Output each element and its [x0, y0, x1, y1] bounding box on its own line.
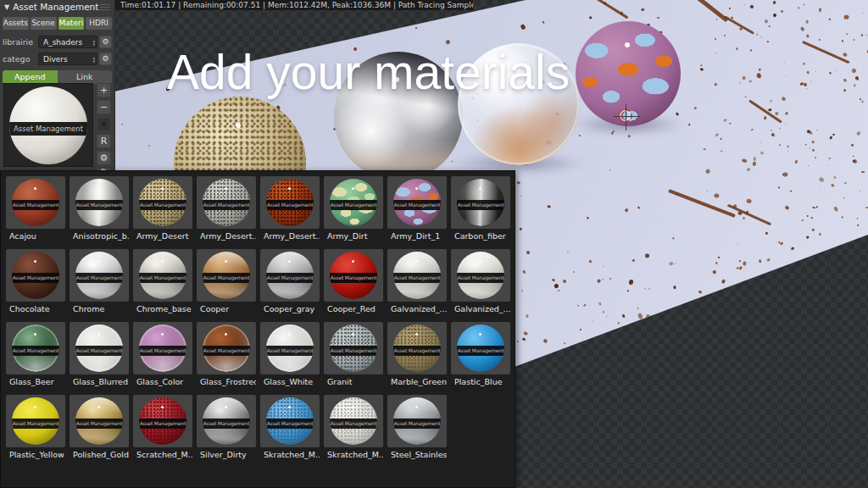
material-label: Glass_Color	[133, 377, 192, 386]
rust-splatter-dot	[810, 347, 813, 350]
rust-splatter-dot	[693, 106, 697, 109]
material-thumb-Marble-Green[interactable]: Asset Management	[387, 322, 447, 374]
rust-splatter-dot	[712, 269, 716, 274]
plus-icon-button[interactable]: +	[97, 83, 111, 97]
specular-highlight	[415, 187, 418, 190]
gear-icon-button[interactable]: ⚙	[99, 53, 112, 65]
tab-hdri[interactable]: HDRI	[86, 17, 112, 30]
rust-splatter-dot	[637, 313, 643, 320]
material-thumb-Glass-Frostred[interactable]: Asset Management	[197, 322, 256, 374]
material-thumb-Anisotropic-b-[interactable]: Asset Management	[70, 176, 129, 229]
material-thumb-Army-Desert-[interactable]: Asset Management	[197, 176, 256, 229]
rust-splatter-dot	[406, 13, 409, 15]
rust-splatter-dot	[698, 290, 703, 293]
minus-icon-button[interactable]: −	[97, 100, 111, 114]
material-thumb-Glass-Beer[interactable]: Asset Management	[6, 322, 65, 374]
material-preview-box: Asset Management	[3, 83, 93, 167]
dropdown-librairie[interactable]: A_shaders▴▾	[38, 36, 97, 48]
material-thumb-Galvanized-[interactable]: Asset Management	[451, 249, 510, 302]
panel-menu-icon[interactable]	[100, 4, 110, 10]
rust-splatter-dot	[811, 149, 815, 152]
tab-materi[interactable]: Materi	[58, 17, 85, 30]
specular-highlight	[97, 333, 100, 336]
rust-splatter-dot	[859, 298, 863, 302]
rust-splatter-dot	[854, 255, 858, 258]
rust-splatter-dot	[792, 328, 796, 332]
thumb-band: Asset Management	[266, 419, 314, 429]
thumb-band: Asset Management	[266, 200, 314, 210]
rust-streak	[687, 0, 729, 22]
rust-splatter-dot	[861, 171, 865, 174]
rust-splatter-dot	[827, 164, 829, 166]
material-thumb-Plastic-Yellow[interactable]: Asset Management	[6, 395, 65, 447]
material-thumb-Chrome[interactable]: Asset Management	[70, 249, 129, 302]
material-sphere: Asset Management	[203, 252, 250, 299]
material-thumb-Glass-Blurred[interactable]: Asset Management	[70, 322, 129, 374]
rust-splatter-dot	[679, 309, 683, 313]
rust-splatter-dot	[810, 80, 811, 81]
material-thumb-Steel-Stainless[interactable]: Asset Management	[387, 395, 447, 447]
material-label: Skratched_M...	[324, 450, 383, 459]
rust-splatter-dot	[542, 21, 545, 25]
material-cell: Asset ManagementGalvanized_...	[387, 249, 447, 313]
material-thumb-Chrome-base[interactable]: Asset Management	[133, 249, 192, 302]
rust-splatter-dot	[747, 167, 751, 171]
material-label: Cooper	[197, 304, 256, 313]
rust-splatter-dot	[520, 25, 526, 30]
rust-splatter-dot	[825, 336, 826, 338]
rust-splatter-dot	[743, 262, 746, 266]
material-thumb-Army-Dirt-1[interactable]: Asset Management	[387, 176, 447, 229]
material-thumb-Glass-Color[interactable]: Asset Management	[133, 322, 192, 374]
tab-scene[interactable]: Scene	[31, 17, 57, 30]
thumb-band: Asset Management	[139, 273, 186, 283]
rust-splatter-dot	[523, 331, 528, 336]
material-thumb-Cooper-Red[interactable]: Asset Management	[324, 249, 383, 302]
material-thumb-Carbon-fiber[interactable]: Asset Management	[451, 176, 510, 229]
rust-splatter-dot	[832, 206, 838, 212]
append-button[interactable]: Append	[3, 70, 58, 84]
rust-splatter-dot	[644, 288, 646, 290]
material-thumb-Skratched-M-[interactable]: Asset Management	[260, 395, 320, 447]
dropdown-catego[interactable]: Divers▴▾	[38, 53, 97, 65]
material-thumb-Plastic-Blue[interactable]: Asset Management	[451, 322, 510, 374]
panel-header[interactable]: ▼ Asset Management	[0, 0, 114, 14]
gear-icon-button[interactable]: ⚙	[99, 36, 112, 48]
collapse-triangle-icon[interactable]: ▼	[4, 3, 9, 11]
rust-splatter-dot	[807, 214, 809, 216]
rust-splatter-dot	[714, 37, 716, 40]
rust-splatter-dot	[785, 123, 786, 124]
material-thumb-Glass-White[interactable]: Asset Management	[260, 322, 320, 374]
material-sphere: Asset Management	[75, 179, 123, 226]
rust-splatter-dot	[597, 279, 601, 283]
rust-splatter-dot	[781, 97, 787, 103]
rust-splatter-dot	[660, 317, 663, 319]
material-thumb-Polished-Gold[interactable]: Asset Management	[70, 395, 129, 447]
link-button[interactable]: Link	[58, 70, 113, 84]
rust-splatter-dot	[861, 100, 864, 103]
rust-splatter-dot	[747, 443, 752, 448]
material-thumb-Acajou[interactable]: Asset Management	[6, 176, 65, 229]
rust-splatter-dot	[845, 271, 847, 273]
rust-splatter-dot	[829, 72, 832, 75]
material-thumb-Scratched-M-[interactable]: Asset Management	[133, 395, 192, 447]
material-thumb-Galvanized-[interactable]: Asset Management	[387, 249, 447, 302]
material-thumb-Army-Desert[interactable]: Asset Management	[133, 176, 192, 229]
rust-splatter-dot	[763, 360, 765, 363]
material-cell: Asset ManagementGlass_Beer	[6, 322, 65, 386]
gear-icon-button[interactable]: ⚙	[97, 151, 111, 165]
rust-splatter-dot	[148, 145, 150, 147]
rust-splatter-dot	[808, 164, 809, 165]
material-thumb-Cooper[interactable]: Asset Management	[197, 249, 256, 302]
material-thumb-Army-Dirt[interactable]: Asset Management	[324, 176, 383, 229]
material-thumb-Granit[interactable]: Asset Management	[324, 322, 383, 374]
material-thumb-Cooper-gray[interactable]: Asset Management	[260, 249, 320, 302]
rust-splatter-dot	[715, 53, 717, 54]
tab-assets[interactable]: Assets	[3, 17, 29, 30]
star-icon-button[interactable]: ★	[97, 117, 111, 131]
material-thumb-Skratched-M-[interactable]: Asset Management	[324, 395, 383, 447]
material-thumb-Chocolate[interactable]: Asset Management	[6, 249, 65, 302]
material-thumb-Army-Desert-[interactable]: Asset Management	[260, 176, 320, 229]
material-thumb-Silver-Dirty[interactable]: Asset Management	[197, 395, 256, 447]
R-icon-button[interactable]: R	[97, 134, 111, 148]
material-label: Cooper_Red	[324, 304, 383, 313]
